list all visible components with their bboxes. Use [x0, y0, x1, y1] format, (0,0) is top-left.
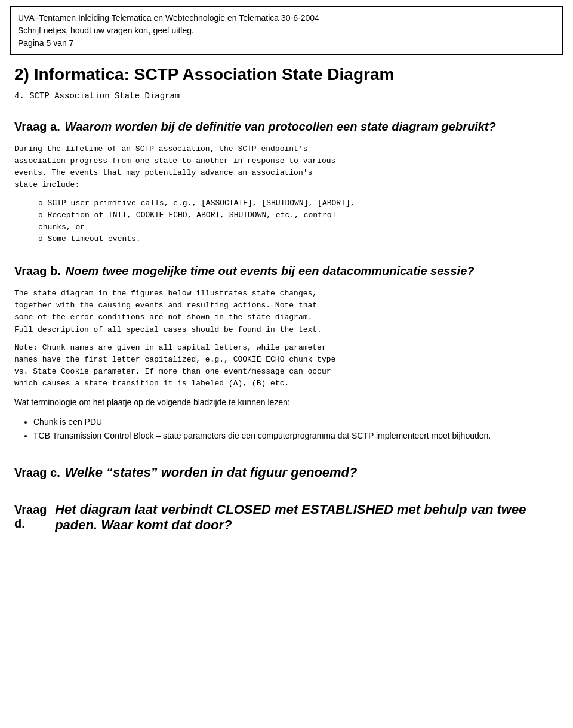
wat-terminologie-intro: Wat terminologie om het plaatje op de vo…	[14, 396, 559, 409]
vraag-d-label: Vraag d.	[14, 503, 50, 530]
vraag-b-label: Vraag b.	[14, 264, 61, 278]
vraag-a-body1: During the lifetime of an SCTP associati…	[14, 143, 559, 192]
vraag-b-question: Noem twee mogelijke time out events bij …	[66, 264, 475, 278]
vraag-c-header: Vraag c. Welke “states” worden in dat fi…	[14, 453, 559, 485]
vraag-d-question: Het diagram laat verbindt CLOSED met EST…	[55, 502, 559, 533]
vraag-b-body2: Note: Chunk names are given in all capit…	[14, 342, 559, 390]
vraag-a-header: Vraag a. Waarom worden bij de definitie …	[14, 110, 559, 140]
vraag-d-header: Vraag d. Het diagram laat verbindt CLOSE…	[14, 492, 559, 538]
terminologie-list: Chunk is een PDU TCB Transmission Contro…	[33, 415, 559, 444]
header-box: UVA -Tentamen Inleiding Telematica en We…	[10, 6, 563, 55]
terminologie-item1: Chunk is een PDU	[33, 415, 559, 430]
vraag-c-label: Vraag c.	[14, 466, 60, 480]
terminologie-item2: TCB Transmission Control Block – state p…	[33, 429, 559, 443]
bullet1: o SCTP user primitive calls, e.g., [ASSO…	[38, 198, 559, 209]
bullet2: o Reception of INIT, COOKIE ECHO, ABORT,…	[38, 209, 559, 221]
vraag-a-label: Vraag a.	[14, 120, 60, 134]
vraag-b-body1: The state diagram in the figures below i…	[14, 288, 559, 336]
header-line2: Schrijf netjes, houdt uw vragen kort, ge…	[18, 24, 555, 37]
main-content: 2) Informatica: SCTP Association State D…	[0, 65, 573, 556]
vraag-c-question: Welke “states” worden in dat figuur geno…	[65, 465, 358, 480]
section-title: 2) Informatica: SCTP Association State D…	[14, 65, 559, 84]
bullet2b: chunks, or	[38, 221, 559, 233]
vraag-b-header: Vraag b. Noem twee mogelijke time out ev…	[14, 255, 559, 284]
subtitle-mono: 4. SCTP Association State Diagram	[14, 91, 559, 101]
vraag-a-question: Waarom worden bij de definitie van proto…	[65, 120, 496, 134]
bullet3: o Some timeout events.	[38, 233, 559, 245]
header-line1: UVA -Tentamen Inleiding Telematica en We…	[18, 12, 555, 24]
header-line3: Pagina 5 van 7	[18, 37, 555, 50]
vraag-a-bullets: o SCTP user primitive calls, e.g., [ASSO…	[14, 198, 559, 246]
